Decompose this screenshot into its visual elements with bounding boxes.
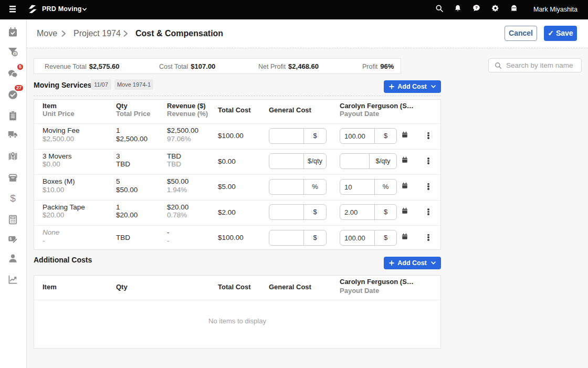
svg-text:6: 6 [14, 51, 16, 55]
svg-text:?: ? [475, 5, 478, 10]
svg-text:$: $ [10, 194, 16, 204]
svg-text:$: $ [9, 237, 12, 241]
